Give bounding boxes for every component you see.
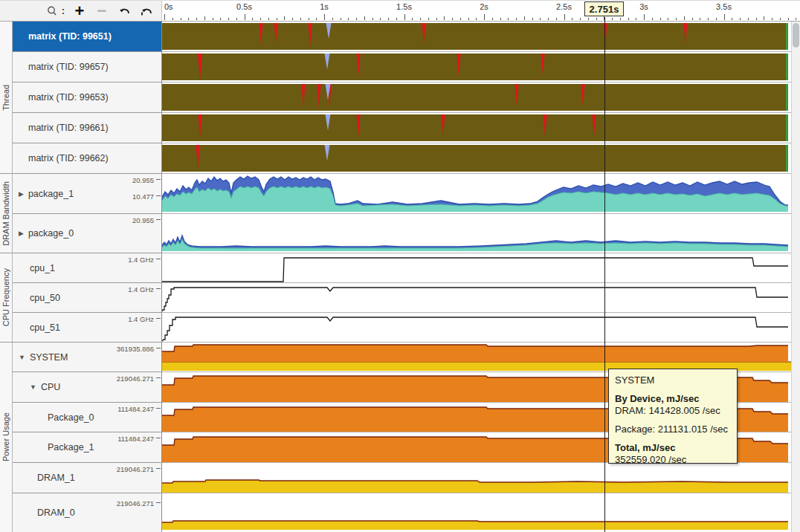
timeline-chart-matrix-tid-99653-[interactable] [162,82,791,113]
row-label-matrix-tid-99662-[interactable]: matrix (TID: 99662) [13,143,161,174]
ruler-tick [404,14,405,20]
timeline-chart-cpu-50[interactable] [162,283,791,313]
vertical-scrollbar[interactable] [791,22,800,532]
ruler-tick [452,18,453,20]
row-name: matrix (TID: 99657) [28,62,109,72]
ruler-tick [772,18,772,20]
row-label-cpu-1[interactable]: cpu_11.4 GHz [13,253,161,283]
row-label-matrix-tid-99651-[interactable]: matrix (TID: 99651) [13,22,161,52]
row-label-matrix-tid-99661-[interactable]: matrix (TID: 99661) [13,113,161,143]
timeline-chart-dram-0[interactable] [162,493,791,532]
row-label-cpu[interactable]: ▼CPU219046.271 [13,372,161,403]
ruler-tick [164,14,165,20]
row-label-cpu-50[interactable]: cpu_501.4 GHz [13,283,161,313]
axis-tick-mark [156,259,161,259]
magnifier-icon [45,4,59,19]
timeline-chart-matrix-tid-99661-[interactable] [162,113,791,143]
section-strip-cpu-frequency: CPU Frequency [0,253,13,343]
time-marker-label[interactable]: 2.751s [584,1,624,16]
row-name: Package_1 [48,442,94,452]
ruler-tick [748,18,749,20]
row-name: package_0 [28,228,74,239]
tooltip-title: SYSTEM [615,374,731,386]
ruler-tick [740,18,741,20]
toolbar-colon: : [62,5,65,16]
row-label-cpu-51[interactable]: cpu_511.4 GHz [13,313,161,343]
ruler-tick [476,18,477,20]
axis-max-value: 1.4 GHz [128,256,154,264]
axis-max-value: 1.4 GHz [128,315,154,323]
ruler-tick [277,18,277,20]
ruler-tick [644,14,645,20]
ruler-tick [692,18,693,20]
row-name: cpu_50 [30,293,60,303]
axis-tick-mark [156,179,161,180]
timeline-chart-dram-1[interactable] [162,463,791,493]
zoom-out-button[interactable]: − [94,4,109,19]
timeline-chart-matrix-tid-99657-[interactable] [162,52,791,82]
row-label-package-0[interactable]: Package_0111484.247 [13,403,161,432]
timeline-chart-matrix-tid-99662-[interactable] [162,143,791,174]
power-tooltip: SYSTEM By Device, mJ/sec DRAM: 141428.00… [608,369,738,464]
time-ruler[interactable]: 2.751s 0s0.5s1s1.5s2s2.5s3s3.5s [162,1,800,21]
zoom-in-button[interactable]: + [72,4,87,19]
timeline-chart-cpu-1[interactable] [162,253,791,283]
expand-arrow-icon[interactable]: ▶ [19,190,24,198]
row-label-package-0[interactable]: ▶package_020.955 [13,214,161,253]
axis-max-value: 111484.247 [117,405,154,413]
timeline-chart-package-0[interactable] [162,214,791,253]
time-marker-line[interactable] [604,17,605,532]
ruler-tick [260,18,261,20]
reset-zoom-button[interactable] [139,4,154,19]
row-label-matrix-tid-99657-[interactable]: matrix (TID: 99657) [13,52,161,82]
row-name: CPU [41,382,60,392]
ruler-tick [588,18,589,20]
row-name: SYSTEM [30,352,68,363]
tooltip-by-device-header: By Device, mJ/sec [615,393,731,405]
timeline-chart-system[interactable] [162,343,791,372]
ruler-tick [204,16,205,20]
axis-max-value: 219046.271 [117,374,154,383]
timeline-chart-cpu-51[interactable] [162,313,791,343]
axis-tick-mark [156,348,161,348]
ruler-tick [364,16,365,20]
axis-max-value: 20.955 [132,216,154,224]
row-label-package-1[interactable]: ▶package_120.95510.477 [13,174,161,214]
ruler-tick [300,18,301,20]
ruler-tick [268,18,269,20]
ruler-tick [188,18,189,20]
ruler-tick [245,14,245,20]
section-strip-dram-bandwidth: DRAM Bandwidth [0,174,13,253]
row-label-matrix-tid-99653-[interactable]: matrix (TID: 99653) [13,82,161,113]
timeline-chart-matrix-tid-99651-[interactable] [162,22,791,52]
axis-max-value: 361935.886 [117,345,154,353]
row-label-dram-1[interactable]: DRAM_1219046.271 [13,463,161,493]
ruler-tick [684,16,685,20]
row-label-package-1[interactable]: Package_1111484.247 [13,432,161,463]
ruler-tick [348,18,349,20]
ruler-tick [796,18,796,20]
ruler-tick [572,18,572,20]
collapse-arrow-icon[interactable]: ▼ [30,383,36,391]
ruler-tick [636,18,636,20]
ruler-tick-label: 0.5s [236,2,252,11]
row-name: Package_0 [48,412,94,423]
collapse-arrow-icon[interactable]: ▼ [19,354,25,361]
ruler-tick [196,18,197,20]
ruler-tick [284,16,285,20]
section-strip-thread: Thread [0,22,13,174]
ruler-tick [524,16,525,20]
expand-arrow-icon[interactable]: ▶ [19,230,24,237]
row-label-dram-0[interactable]: DRAM_0219046.271 [13,493,161,532]
row-label-system[interactable]: ▼SYSTEM361935.886 [13,343,161,372]
axis-tick-mark [156,438,161,438]
tooltip-dram-value: DRAM: 141428.005 /sec [615,405,731,417]
ruler-tick [220,18,221,20]
undo-zoom-button[interactable] [117,4,132,19]
ruler-tick [764,16,764,20]
scrollbar-thumb[interactable] [793,23,799,48]
ruler-tick [292,18,293,20]
ruler-tick [540,18,541,20]
timeline-chart-package-1[interactable] [162,174,791,214]
ruler-tick [213,18,213,20]
